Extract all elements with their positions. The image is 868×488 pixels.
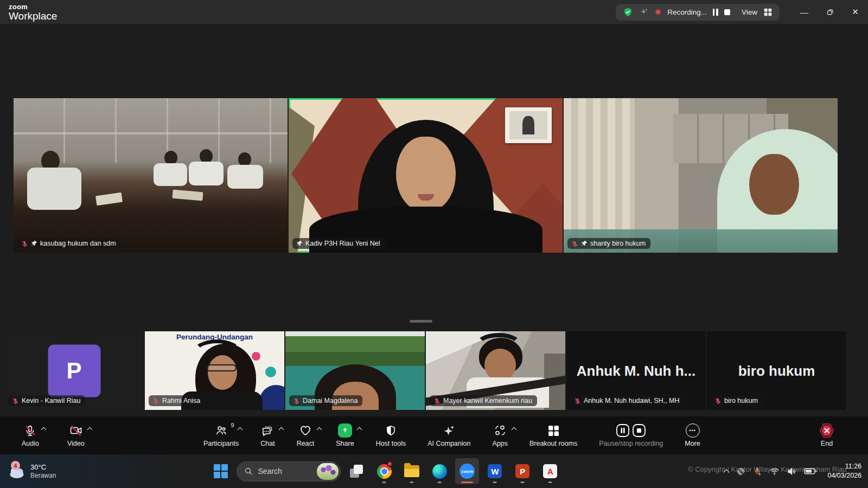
participant-name: shanty biro hukum: [590, 240, 646, 247]
participant-name: Damai Magdalena: [303, 397, 358, 404]
battery-icon[interactable]: [804, 467, 817, 476]
apps-options-chevron[interactable]: [511, 427, 516, 433]
react-options-chevron[interactable]: [317, 427, 322, 433]
decor-dot: [265, 367, 276, 377]
face-shape: [484, 349, 516, 381]
security-shield-icon[interactable]: [623, 7, 633, 17]
taskbar-clock[interactable]: 11:26 04/03/2026: [827, 462, 861, 480]
word-taskbar-button[interactable]: W: [483, 458, 507, 484]
mic-muted-icon: [293, 397, 300, 404]
file-explorer-taskbar-button[interactable]: [400, 458, 424, 484]
breakout-rooms-button[interactable]: Breakout rooms: [529, 423, 577, 447]
stop-recording-icon[interactable]: [724, 9, 730, 15]
table-papers: [172, 190, 203, 201]
chat-icon: [261, 424, 274, 437]
chrome-taskbar-button[interactable]: [372, 458, 396, 484]
glasses-shape: [206, 364, 237, 371]
react-button[interactable]: React: [297, 423, 315, 447]
chat-button[interactable]: Chat: [260, 423, 275, 447]
face-shape: [749, 154, 799, 215]
windows-taskbar: 4 30°C Berawan Search: [0, 454, 868, 488]
participants-count-badge: 9: [231, 422, 234, 428]
table-papers: [95, 192, 122, 206]
video-tile-kevin[interactable]: P Kevin - Kanwil Riau: [4, 331, 144, 410]
view-button-label[interactable]: View: [742, 8, 757, 16]
zoom-workplace-window: zoom Workplace Recording... View: [0, 0, 868, 488]
ai-companion-status-icon[interactable]: [639, 7, 649, 17]
participant-name: Kevin - Kanwil Riau: [22, 397, 80, 404]
ai-companion-button[interactable]: AI Companion: [427, 423, 470, 447]
video-options-chevron[interactable]: [87, 427, 92, 433]
ai-companion-button-label: AI Companion: [427, 440, 470, 447]
video-button[interactable]: Video: [67, 423, 85, 447]
minimize-button[interactable]: —: [792, 0, 817, 24]
apps-button-label: Apps: [492, 440, 508, 447]
share-button[interactable]: Share: [336, 423, 354, 447]
edge-taskbar-button[interactable]: [427, 458, 451, 484]
person-head: [238, 152, 251, 166]
weather-badge: 4: [11, 461, 20, 470]
glass-frame-bar: [14, 132, 288, 134]
more-button[interactable]: ••• More: [685, 423, 700, 447]
mic-muted-icon: [433, 397, 441, 404]
start-button[interactable]: [209, 458, 233, 484]
taskbar-search[interactable]: Search: [237, 461, 341, 481]
participant-name-label: Damai Magdalena: [289, 395, 362, 406]
recording-controls-label: Pause/stop recording: [599, 440, 663, 447]
react-button-label: React: [297, 440, 315, 447]
video-tile-kasubag[interactable]: kasubag hukum dan sdm: [14, 98, 288, 253]
pause-recording-icon[interactable]: [713, 9, 718, 16]
weather-temperature: 30°C: [30, 463, 56, 471]
participants-button[interactable]: 9 Participants: [203, 423, 239, 447]
breakout-rooms-button-label: Breakout rooms: [529, 440, 577, 447]
weather-description: Berawan: [30, 472, 56, 479]
video-tile-kadiv[interactable]: Kadiv P3H Riau Yeni Nel: [289, 98, 563, 253]
video-tile-rahmi[interactable]: Perundang-Undangan Rahmi Anisa: [145, 331, 284, 410]
person-body: [227, 165, 263, 189]
tray-expand-chevron-icon[interactable]: [724, 469, 730, 475]
video-tile-mayer[interactable]: Mayer kanwil Kemenkum riau: [426, 331, 565, 410]
restore-button[interactable]: [817, 0, 843, 24]
framed-portrait: [505, 107, 552, 143]
apps-button[interactable]: Apps: [492, 423, 508, 447]
close-button[interactable]: ✕: [843, 0, 868, 24]
volume-icon[interactable]: [787, 466, 797, 477]
decor-dot: [252, 352, 260, 361]
gallery-view-icon[interactable]: [763, 8, 773, 17]
pause-recording-button[interactable]: [616, 423, 630, 438]
end-meeting-button[interactable]: End: [819, 423, 834, 447]
mic-muted-icon: [24, 425, 36, 437]
host-tools-button[interactable]: Host tools: [376, 423, 406, 447]
portrait-inner: [509, 111, 547, 139]
avatar: P: [48, 344, 100, 397]
video-tile-damai[interactable]: Damai Magdalena: [285, 331, 425, 410]
powerpoint-taskbar-button[interactable]: P: [510, 458, 534, 484]
stop-recording-button[interactable]: [632, 423, 646, 438]
video-tile-shanty[interactable]: shanty biro hukum: [564, 98, 838, 253]
task-view-button[interactable]: [344, 458, 368, 484]
person-head: [164, 151, 177, 165]
participants-options-chevron[interactable]: [237, 427, 242, 433]
video-tile-biro-hukum[interactable]: biro hukum biro hukum: [707, 331, 846, 410]
wifi-icon[interactable]: [769, 466, 780, 477]
word-icon: W: [488, 464, 502, 478]
video-tile-anhuk[interactable]: Anhuk M. Nuh h... Anhuk M. Nuh hudawi, S…: [566, 331, 706, 410]
search-icon: [244, 467, 253, 476]
tray-mic-in-use-icon[interactable]: [753, 467, 762, 476]
weather-widget[interactable]: 4 30°C Berawan: [8, 463, 56, 479]
more-button-label: More: [685, 440, 700, 447]
participant-name: Anhuk M. Nuh hudawi, SH., MH: [584, 397, 679, 404]
gallery-resize-handle[interactable]: [410, 320, 432, 323]
share-options-chevron[interactable]: [357, 427, 362, 433]
file-explorer-icon: [404, 465, 419, 477]
audio-options-chevron[interactable]: [41, 427, 47, 433]
audio-button[interactable]: Audio: [22, 423, 39, 447]
chat-options-chevron[interactable]: [279, 427, 284, 433]
video-button-label: Video: [67, 440, 85, 447]
acrobat-taskbar-button[interactable]: A: [538, 458, 562, 484]
search-daily-image: [317, 463, 339, 480]
participant-name-label: Mayer kanwil Kemenkum riau: [430, 395, 537, 406]
zoom-app-icon: zoom: [459, 464, 475, 479]
zoom-taskbar-button[interactable]: zoom: [455, 458, 479, 484]
tray-disabled-device-icon[interactable]: [736, 466, 746, 477]
